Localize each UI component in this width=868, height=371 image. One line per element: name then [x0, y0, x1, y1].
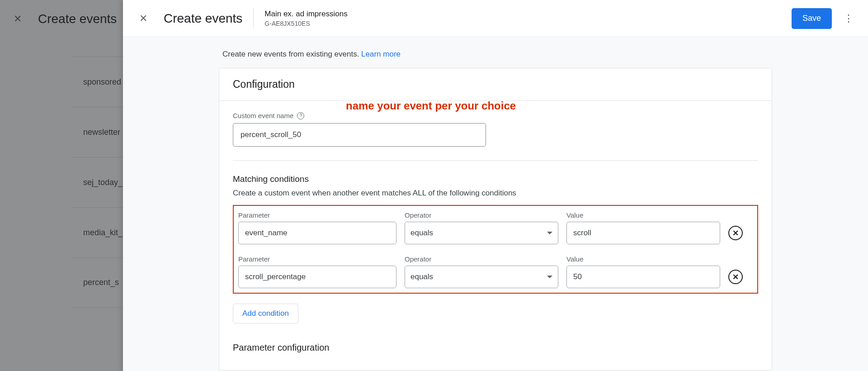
property-name: Main ex. ad impressions: [264, 10, 347, 19]
value-input[interactable]: [566, 222, 720, 244]
card-body: Custom event name ? name your event per …: [219, 101, 772, 370]
remove-condition-button[interactable]: ✕: [728, 270, 743, 284]
learn-more-link[interactable]: Learn more: [361, 50, 401, 58]
close-button[interactable]: ✕: [135, 10, 152, 27]
panel-title: Create events: [164, 11, 242, 26]
divider: [233, 160, 758, 161]
parameter-label: Parameter: [238, 255, 396, 263]
operator-value: equals: [410, 272, 433, 281]
condition-row: Parameter Operator equals Value: [238, 255, 753, 288]
overflow-menu-button[interactable]: ⋮: [839, 9, 858, 28]
value-label: Value: [566, 211, 720, 219]
panel-body[interactable]: Create new events from existing events. …: [123, 37, 868, 371]
intro-text-span: Create new events from existing events.: [222, 50, 361, 58]
card-header: Configuration: [219, 68, 772, 101]
intro-text: Create new events from existing events. …: [123, 37, 868, 68]
custom-event-name-input[interactable]: [233, 123, 486, 147]
custom-event-name-label: Custom event name ?: [233, 112, 758, 119]
operator-value: equals: [410, 228, 433, 238]
close-icon: ✕: [139, 13, 147, 24]
remove-condition-button[interactable]: ✕: [728, 226, 743, 240]
value-input[interactable]: [566, 266, 720, 288]
condition-row: Parameter Operator equals Value: [238, 211, 753, 244]
configuration-card: Configuration Custom event name ? name y…: [219, 68, 772, 371]
parameter-input[interactable]: [238, 266, 396, 288]
parameter-label: Parameter: [238, 211, 396, 219]
matching-conditions-header: Matching conditions: [233, 174, 758, 184]
tutorial-annotation: name your event per your choice: [346, 100, 516, 112]
create-event-panel: ✕ Create events Main ex. ad impressions …: [123, 0, 868, 371]
chevron-down-icon: [547, 232, 552, 234]
property-block: Main ex. ad impressions G-AE8JX510ES: [264, 10, 347, 27]
property-id: G-AE8JX510ES: [264, 20, 347, 27]
operator-select[interactable]: equals: [405, 266, 558, 288]
kebab-icon: ⋮: [844, 13, 854, 24]
add-condition-button[interactable]: Add condition: [233, 304, 298, 323]
help-icon[interactable]: ?: [297, 112, 304, 119]
parameter-configuration-header: Parameter configuration: [233, 342, 758, 353]
conditions-highlight-box: Parameter Operator equals Value: [233, 205, 758, 294]
operator-select[interactable]: equals: [405, 222, 558, 244]
header-divider: [253, 8, 254, 29]
parameter-input[interactable]: [238, 222, 396, 244]
value-label: Value: [566, 255, 720, 263]
label-text: Custom event name: [233, 112, 293, 119]
operator-label: Operator: [405, 255, 558, 263]
close-circle-icon: ✕: [732, 228, 739, 238]
panel-header: ✕ Create events Main ex. ad impressions …: [123, 0, 868, 37]
chevron-down-icon: [547, 276, 552, 278]
save-button[interactable]: Save: [792, 8, 832, 29]
operator-label: Operator: [405, 211, 558, 219]
matching-conditions-subtext: Create a custom event when another event…: [233, 189, 758, 198]
close-circle-icon: ✕: [732, 272, 739, 282]
